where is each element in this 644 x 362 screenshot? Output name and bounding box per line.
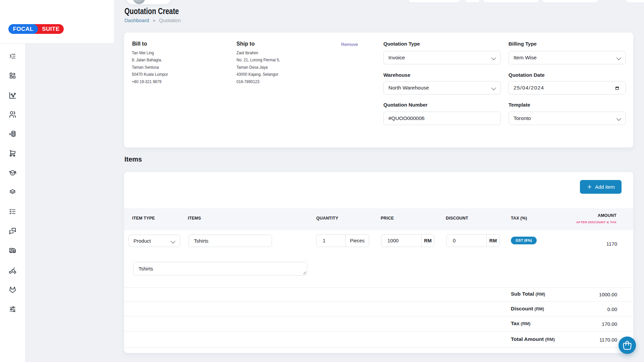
shopping-bag-icon [621,339,633,351]
warehouse-select[interactable]: North Warehouse [383,81,501,95]
logo-text-focal: FOCAL [8,24,38,34]
breadcrumb-current: Quotation [159,17,181,23]
chevron-down-icon [616,55,621,60]
quotation-number-input[interactable]: #QUOO000006 [383,112,501,125]
sidebar-item-messages[interactable] [9,227,16,235]
gitlab-icon [9,286,16,294]
items-table-header: ITEM TYPE ITEMS QUANTITY PRICE DISCOUNT … [124,208,633,230]
topbar-user-pill[interactable] [126,0,172,5]
add-item-button[interactable]: Add item [580,180,622,194]
total-amount-label: Total Amount(RM) [511,336,555,342]
col-item-type: ITEM TYPE [132,216,155,221]
sidebar-item-analytics[interactable] [9,92,16,99]
col-items: ITEMS [188,216,201,221]
sidebar-item-users[interactable] [9,111,16,118]
topbar-button-2[interactable] [465,0,480,3]
sidebar-item-rider[interactable] [9,266,16,274]
stack-icon [9,188,16,196]
discount-label: Discount(RM) [511,306,544,312]
topbar-button-1[interactable] [409,0,461,3]
discount-value: 0.00 [607,306,617,312]
shopping-cart-icon [9,149,16,157]
topbar-button-5[interactable] [625,0,644,3]
sidebar-item-settings[interactable] [9,305,16,313]
breadcrumb-separator: > [153,18,155,23]
svg-text:$: $ [9,132,11,135]
sidebar-item-dashboard[interactable] [9,72,16,79]
topbar-button-3[interactable] [483,0,539,3]
chart-dots-icon [9,92,16,99]
quotation-type-label: Quotation Type [383,41,420,47]
quotation-date-input[interactable]: 25/04/2024 [508,81,626,95]
quantity-unit: Pieces [345,235,369,247]
col-quantity: QUANTITY [316,216,338,221]
sidebar-item-gitlab[interactable] [9,286,16,294]
remove-link[interactable]: Remove [341,42,358,47]
sidebar-item-checklist[interactable] [9,208,16,216]
quotation-type-select[interactable]: Invoice [383,51,501,64]
sidebar-item-stack[interactable] [9,188,16,196]
billing-card: Bill to Tan Mei Ling 8, Jalan Bahagia, T… [124,33,633,147]
plus-icon [587,184,592,190]
col-discount: DISCOUNT [446,216,468,221]
total-amount-row: Total Amount(RM) 1170.00 [124,331,633,348]
items-section-heading: Items [124,156,142,163]
sidebar-item-education[interactable] [9,169,16,177]
price-input[interactable]: 1000 [381,235,421,247]
bill-to-address: Tan Mei Ling 8, Jalan Bahagia, Taman Sen… [132,50,168,85]
delivery-truck-icon [9,247,16,254]
total-amount-value: 1170.00 [599,337,617,343]
col-amount: AMOUNT [598,213,616,218]
tax-badge[interactable]: GST (6%) [511,237,537,244]
price-currency: RM [421,235,434,247]
tax-label: Tax(RM) [511,320,530,326]
item-description-textarea[interactable]: Tshirts [133,262,307,276]
chevron-down-icon [171,239,175,243]
sidebar-item-finance[interactable]: $ [9,130,16,138]
items-card: Add item ITEM TYPE ITEMS QUANTITY PRICE … [124,172,633,353]
calendar-icon [615,86,619,90]
discount-row: Discount(RM) 0.00 [124,301,633,316]
users-icon [9,111,16,118]
row-amount: 1170 [606,241,617,247]
subtotal-row: Sub Total(RM) 1000.00 [124,287,633,301]
ship-to-address: Zaid Ibrahim No. 21, Lorong Permai 5, Ta… [236,50,280,85]
focal-suite-logo[interactable]: FOCAL SUITE [8,24,64,34]
dashboard-grid-add-icon [9,72,16,79]
quotation-number-label: Quotation Number [383,102,428,108]
messages-icon [9,227,16,235]
template-select[interactable]: Toronto [508,112,626,125]
item-name-input[interactable]: Tshirts [189,235,272,247]
topbar-button-4[interactable] [542,0,598,3]
breadcrumb: Dashboard>Quotation [124,17,181,23]
tax-value: 170.00 [602,321,617,327]
price-group: 1000 RM [381,234,434,247]
quantity-input[interactable]: 1 [317,235,345,247]
sidebar-item-pos[interactable] [9,149,16,157]
bike-icon [9,266,16,274]
col-amount-subnote: AFTER DISCOUNT & TAX [576,220,616,224]
template-label: Template [508,102,530,108]
list-check-icon [9,208,16,216]
billing-type-label: Billing Type [508,41,537,47]
item-type-select[interactable]: Product [128,235,180,247]
sidebar-item-menu[interactable] [9,52,16,60]
col-tax: TAX (%) [511,216,527,221]
school-icon [9,169,16,177]
quotation-date-label: Quotation Date [508,72,545,78]
sidebar-item-delivery[interactable] [9,247,16,254]
discount-group: 0 RM [446,234,500,247]
chevron-down-icon [616,116,621,120]
warehouse-label: Warehouse [383,72,410,78]
chevron-down-icon [491,55,496,60]
menu-indent-icon [9,52,16,60]
discount-currency: RM [486,235,499,247]
money-coins-icon: $ [9,130,16,138]
subtotal-value: 1000.00 [599,292,617,297]
breadcrumb-dashboard-link[interactable]: Dashboard [124,17,149,23]
ship-to-heading: Ship to [236,41,255,47]
billing-type-select[interactable]: Item Wise [508,51,626,64]
discount-input[interactable]: 0 [447,235,486,247]
cart-fab-button[interactable] [619,337,636,354]
adjustments-icon [9,305,16,313]
